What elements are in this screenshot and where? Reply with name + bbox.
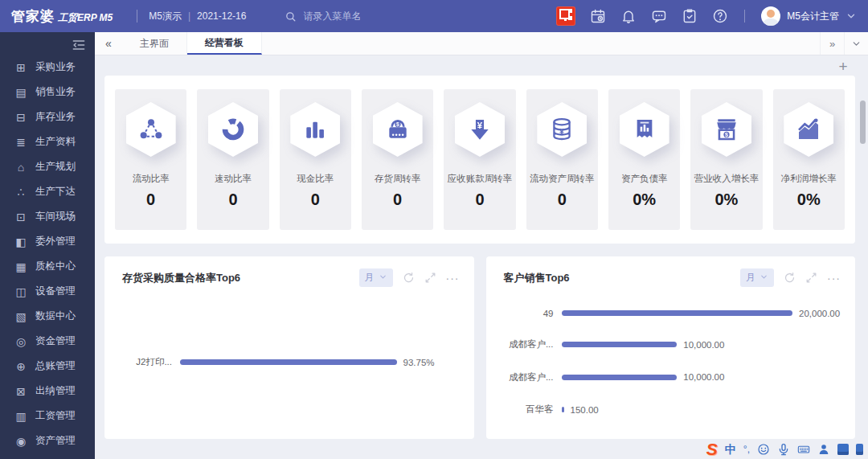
- planning-factory-icon: ⌂: [13, 161, 29, 174]
- hexagon-badge: ¥: [537, 102, 587, 157]
- chart-bar-row: 成都客户...10,000.00: [501, 338, 843, 350]
- hexagon-badge: [208, 102, 258, 157]
- sidebar-item-总账管理[interactable]: ⊕总账管理: [0, 354, 95, 379]
- tabs-scroll-left-icon[interactable]: «: [95, 32, 122, 55]
- tasks-icon[interactable]: [682, 8, 698, 24]
- period-value: 月: [746, 271, 755, 285]
- bar-chart-icon: [302, 117, 328, 142]
- sidebar-item-数据中心[interactable]: ▧数据中心: [0, 304, 95, 329]
- add-widget-button[interactable]: +: [836, 60, 850, 75]
- bar[interactable]: [562, 342, 678, 347]
- bar[interactable]: [180, 359, 397, 365]
- vertical-scrollbar[interactable]: [860, 100, 866, 144]
- sidebar-item-设备管理[interactable]: ◫设备管理: [0, 279, 95, 304]
- sidebar-item-委外管理[interactable]: ◧委外管理: [0, 229, 95, 254]
- sidebar-item-销售业务[interactable]: ▤销售业务: [0, 80, 95, 105]
- kpi-card-速动比率[interactable]: 速动比率0: [197, 89, 268, 230]
- smiley-icon[interactable]: [757, 443, 770, 456]
- kpi-label: 资产负债率: [621, 173, 668, 185]
- divider: [137, 10, 137, 23]
- sidebar-item-生产规划[interactable]: ⌂生产规划: [0, 154, 95, 179]
- tabs-dropdown-icon[interactable]: [844, 32, 868, 55]
- workshop-toolbox-icon: ⊡: [13, 211, 29, 223]
- sidebar-collapse-icon[interactable]: [71, 37, 87, 53]
- kpi-panel: 流动比率0速动比率0现金比率0$存货周转率0¥应收账款周转率0¥流动资产周转率0…: [104, 76, 855, 244]
- sogou-logo-icon[interactable]: S: [706, 441, 718, 457]
- sidebar-item-label: 数据中心: [35, 309, 76, 323]
- hot-data-app-icon[interactable]: [556, 6, 575, 26]
- chart-panel-inventory-quality: 存货采购质量合格率Top6 月 ··· J2打印...93.75%: [104, 256, 474, 439]
- bar-track: 10,000.00: [562, 340, 843, 350]
- bar-track: 93.75%: [180, 358, 461, 367]
- person-icon[interactable]: [817, 443, 830, 456]
- kpi-label: 流动比率: [133, 173, 170, 185]
- calendar-icon[interactable]: [590, 8, 606, 24]
- toolbox-icon[interactable]: [837, 444, 849, 455]
- sidebar-item-质检中心[interactable]: ▦质检中心: [0, 254, 95, 279]
- sidebar-item-label: 委外管理: [35, 235, 76, 248]
- period-select[interactable]: 月: [359, 268, 393, 287]
- punctuation-icon[interactable]: °,: [743, 442, 750, 457]
- kpi-card-流动比率[interactable]: 流动比率0: [115, 89, 186, 230]
- kpi-card-现金比率[interactable]: 现金比率0: [280, 89, 351, 230]
- hexagon-badge: [290, 102, 340, 157]
- kpi-label: 速动比率: [215, 173, 252, 185]
- tab-经营看板[interactable]: 经营看板: [187, 32, 262, 55]
- kpi-label: 存货周转率: [375, 173, 421, 185]
- refresh-icon[interactable]: [403, 272, 415, 284]
- help-icon[interactable]: [712, 8, 728, 24]
- sidebar-item-出纳管理[interactable]: ⊠出纳管理: [0, 379, 95, 404]
- kpi-card-流动资产周转率[interactable]: ¥流动资产周转率0: [526, 89, 598, 230]
- sidebar-item-label: 总账管理: [35, 359, 76, 373]
- menu-search[interactable]: [285, 10, 424, 23]
- bell-icon[interactable]: [620, 8, 637, 24]
- mic-icon[interactable]: [777, 443, 790, 456]
- sidebar-item-工资管理[interactable]: ▥工资管理: [0, 404, 95, 428]
- period-select[interactable]: 月: [740, 268, 774, 287]
- sidebar-item-采购业务[interactable]: ⊞采购业务: [0, 55, 95, 80]
- sidebar-item-资产管理[interactable]: ◉资产管理: [0, 428, 95, 453]
- more-options-icon[interactable]: ···: [827, 275, 841, 281]
- more-tools-icon[interactable]: [856, 444, 863, 455]
- kpi-value: 0: [146, 191, 155, 209]
- expand-icon[interactable]: [424, 272, 436, 284]
- bar-track: 20,000.00: [562, 309, 843, 318]
- chat-icon[interactable]: [651, 8, 667, 24]
- bar[interactable]: [562, 407, 564, 412]
- sidebar-item-生产资料[interactable]: ≣生产资料: [0, 129, 95, 154]
- sidebar-item-label: 设备管理: [35, 285, 76, 298]
- brand-name: 管家婆: [11, 7, 55, 26]
- cashier-printer-icon: ⊠: [13, 385, 29, 398]
- kpi-value: 0: [475, 191, 484, 209]
- sidebar-item-车间现场[interactable]: ⊡车间现场: [0, 204, 95, 229]
- kpi-card-营业收入增长率[interactable]: $营业收入增长率0%: [690, 89, 762, 230]
- kpi-card-资产负债率[interactable]: 资产负债率0%: [608, 89, 680, 230]
- lang-chinese-icon[interactable]: 中: [725, 442, 736, 457]
- tabs-scroll-right-icon[interactable]: »: [820, 32, 844, 55]
- kpi-card-应收账款周转率[interactable]: ¥应收账款周转率0: [444, 89, 515, 230]
- ime-toolbar: S 中 °,: [706, 441, 863, 457]
- tab-主界面[interactable]: 主界面: [122, 32, 187, 55]
- user-menu[interactable]: M5会计主管: [761, 6, 857, 26]
- bar[interactable]: [562, 375, 678, 380]
- kpi-card-存货周转率[interactable]: $存货周转率0: [362, 89, 433, 230]
- kpi-label: 净利润增长率: [781, 173, 837, 185]
- menu-search-input[interactable]: [303, 10, 424, 22]
- sidebar-item-资金管理[interactable]: ◎资金管理: [0, 329, 95, 354]
- sidebar-item-库存业务[interactable]: ⊟库存业务: [0, 105, 95, 129]
- chart-panel-customer-sales: 客户销售Top6 月 ··· 4920,000.00成都客户...10,000.…: [486, 256, 856, 439]
- bar[interactable]: [562, 310, 793, 316]
- expand-icon[interactable]: [805, 272, 817, 284]
- user-name: M5会计主管: [787, 10, 839, 23]
- kpi-value: 0%: [633, 191, 656, 209]
- sidebar-item-label: 工资管理: [35, 409, 76, 423]
- chart-title: 存货采购质量合格率Top6: [122, 271, 240, 285]
- kpi-card-净利润增长率[interactable]: 净利润增长率0%: [773, 89, 845, 230]
- data-center-icon: ▧: [13, 310, 29, 323]
- sidebar-item-生产下达[interactable]: ∴生产下达: [0, 179, 95, 204]
- more-options-icon[interactable]: ···: [446, 275, 460, 281]
- keyboard-icon[interactable]: [797, 443, 810, 456]
- refresh-icon[interactable]: [784, 272, 796, 284]
- product-name: 工贸ERP M5: [58, 11, 113, 25]
- bar-category-label: J2打印...: [119, 356, 172, 368]
